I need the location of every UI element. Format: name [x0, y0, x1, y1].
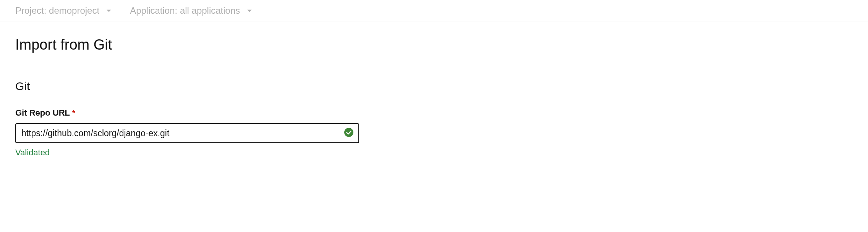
- git-section-heading: Git: [15, 80, 853, 93]
- check-circle-icon: [344, 127, 354, 139]
- chevron-down-icon: [247, 5, 252, 16]
- project-value: demoproject: [46, 5, 99, 16]
- validation-status-text: Validated: [15, 148, 853, 158]
- git-repo-url-input[interactable]: [15, 123, 359, 143]
- project-label: Project:: [15, 5, 46, 16]
- topbar: Project: demoproject Application: all ap…: [0, 0, 868, 21]
- application-label: Application:: [130, 5, 177, 16]
- application-selector[interactable]: Application: all applications: [130, 5, 252, 16]
- page-title: Import from Git: [15, 37, 853, 53]
- application-value: all applications: [177, 5, 240, 16]
- project-selector[interactable]: Project: demoproject: [15, 5, 112, 16]
- git-repo-url-label: Git Repo URL: [15, 108, 70, 118]
- chevron-down-icon: [106, 5, 112, 16]
- svg-point-0: [344, 128, 353, 137]
- required-asterisk: *: [72, 109, 75, 118]
- git-repo-url-input-wrapper: [15, 123, 359, 143]
- git-repo-url-label-row: Git Repo URL *: [15, 108, 853, 118]
- page-content: Import from Git Git Git Repo URL * Valid…: [0, 21, 868, 158]
